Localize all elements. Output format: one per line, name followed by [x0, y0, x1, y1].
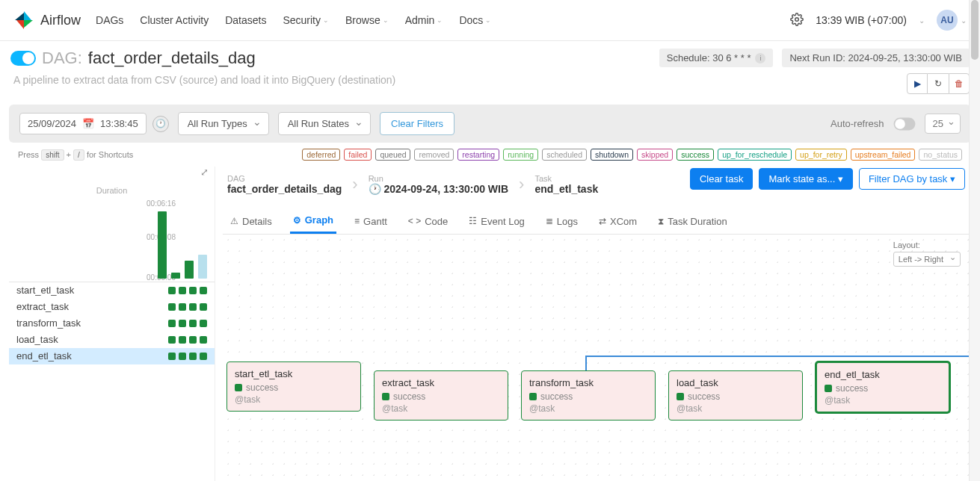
status-tag-up_for_reschedule[interactable]: up_for_reschedule: [718, 149, 792, 161]
calendar-icon: 📅: [82, 118, 94, 129]
mark-state-button[interactable]: Mark state as... ▾: [759, 168, 853, 190]
run-types-select[interactable]: All Run Types: [178, 112, 269, 135]
status-tag-upstream_failed[interactable]: upstream_failed: [851, 149, 916, 161]
crumb-label: Run: [369, 174, 508, 183]
schedule-text: Schedule: 30 6 * * *: [667, 52, 751, 63]
tab-logs[interactable]: ≣Logs: [543, 208, 581, 234]
graph-node-extract_task[interactable]: extract_tasksuccess@task: [374, 370, 508, 421]
date-input[interactable]: 25/09/2024 📅 13:38:45: [19, 113, 147, 134]
avatar: AU: [937, 10, 958, 31]
task-row[interactable]: transform_task: [9, 315, 215, 332]
nav-item-browse[interactable]: Browse⌄: [345, 14, 389, 26]
status-tag-no_status[interactable]: no_status: [919, 149, 962, 161]
dag-label: DAG:: [42, 49, 82, 68]
clock-icon[interactable]: 🕐: [152, 116, 169, 132]
shortcuts-hint: Press shift + / for Shortcuts: [18, 150, 133, 159]
task-row[interactable]: start_etl_task: [9, 282, 215, 299]
brand[interactable]: Airflow: [13, 10, 81, 31]
auto-refresh-toggle[interactable]: [893, 117, 915, 130]
task-row[interactable]: end_etl_task: [9, 348, 215, 364]
run-states-select[interactable]: All Run States: [278, 112, 371, 135]
svg-point-0: [795, 17, 799, 21]
nav-item-datasets[interactable]: Datasets: [225, 14, 266, 26]
tab-code[interactable]: < >Code: [405, 208, 451, 234]
time-value: 13:38:45: [100, 118, 138, 129]
trigger-dag-button[interactable]: ▶: [907, 73, 928, 94]
status-tag-shutdown[interactable]: shutdown: [591, 149, 633, 161]
refresh-button[interactable]: ↻: [928, 73, 949, 94]
kbd-shift: shift: [41, 149, 64, 161]
status-tag-deferred[interactable]: deferred: [302, 149, 340, 161]
nav-item-cluster-activity[interactable]: Cluster Activity: [140, 14, 209, 26]
status-tag-skipped[interactable]: skipped: [637, 149, 673, 161]
status-tag-failed[interactable]: failed: [344, 149, 372, 161]
info-icon: i: [755, 53, 765, 63]
status-tag-up_for_retry[interactable]: up_for_retry: [795, 149, 847, 161]
graph-node-start_etl_task[interactable]: start_etl_tasksuccess@task: [226, 361, 361, 412]
graph-node-end_etl_task[interactable]: end_etl_tasksuccess@task: [816, 361, 950, 413]
nav-item-security[interactable]: Security⌄: [283, 14, 329, 26]
nav-item-admin[interactable]: Admin⌄: [405, 14, 443, 26]
scrollbar[interactable]: [969, 0, 980, 481]
page-size-select[interactable]: 25: [925, 114, 961, 134]
bar[interactable]: [185, 261, 194, 279]
filter-dag-button[interactable]: Filter DAG by task ▾: [859, 168, 965, 190]
y-axis-label: 00:06:16: [147, 199, 176, 208]
layout-label: Layout:: [893, 241, 961, 249]
duration-chart: 00:06:16 00:03:08 00:00:00: [9, 199, 215, 282]
dag-enabled-toggle[interactable]: [10, 51, 36, 66]
nav-menu: DAGsCluster ActivityDatasetsSecurity⌄Bro…: [96, 14, 491, 26]
chevron-down-icon: ⌄: [961, 16, 967, 25]
crumb-label: DAG: [227, 174, 342, 183]
task-row[interactable]: extract_task: [9, 299, 215, 315]
bar[interactable]: [158, 211, 167, 279]
nav-item-dags[interactable]: DAGs: [96, 14, 123, 26]
graph-canvas[interactable]: Layout: Left -> Right start_etl_tasksucc…: [223, 235, 971, 481]
crumb-divider: ›: [519, 175, 524, 194]
gear-icon[interactable]: [790, 13, 804, 28]
dag-name: fact_order_details_dag: [88, 49, 256, 68]
duration-label: Duration: [9, 186, 215, 195]
status-tag-running[interactable]: running: [503, 149, 538, 161]
delete-button[interactable]: 🗑: [949, 73, 970, 94]
dag-action-buttons: ▶ ↻ 🗑: [907, 73, 970, 94]
task-row[interactable]: load_task: [9, 332, 215, 348]
tab-details[interactable]: ⚠Details: [227, 208, 275, 234]
airflow-logo-icon: [13, 10, 34, 31]
graph-node-transform_task[interactable]: transform_tasksuccess@task: [521, 370, 656, 421]
schedule-pill[interactable]: Schedule: 30 6 * * * i: [659, 49, 774, 67]
crumb-label: Task: [534, 174, 598, 183]
bar[interactable]: [171, 273, 180, 279]
status-tag-scheduled[interactable]: scheduled: [542, 149, 587, 161]
tab-event-log[interactable]: ☷Event Log: [466, 208, 528, 234]
tabs: ⚠Details⚙Graph≡Gantt< >Code☷Event Log≣Lo…: [223, 208, 971, 235]
clear-filters-button[interactable]: Clear Filters: [380, 112, 454, 135]
time-display[interactable]: 13:39 WIB (+07:00): [816, 14, 907, 26]
tab-xcom[interactable]: ⇄XCom: [596, 208, 640, 234]
bar-selected[interactable]: [198, 255, 207, 279]
dag-description: A pipeline to extract data from CSV (sou…: [13, 74, 395, 86]
tab-graph[interactable]: ⚙Graph: [290, 208, 336, 234]
status-tag-removed[interactable]: removed: [414, 149, 454, 161]
top-navbar: Airflow DAGsCluster ActivityDatasetsSecu…: [0, 0, 980, 41]
graph-node-load_task[interactable]: load_tasksuccess@task: [668, 370, 803, 421]
next-run-text: Next Run ID: 2024-09-25, 13:30:00 WIB: [789, 52, 962, 63]
nav-item-docs[interactable]: Docs⌄: [459, 14, 491, 26]
crumb-run[interactable]: 🕐 2024-09-24, 13:30:00 WIB: [369, 183, 508, 195]
user-menu[interactable]: AU ⌄: [937, 10, 967, 31]
scrollbar-thumb[interactable]: [971, 0, 979, 60]
chevron-down-icon: ⌄: [919, 16, 925, 25]
tab-task-duration[interactable]: ⧗Task Duration: [655, 208, 730, 234]
crumb-divider: ›: [352, 175, 357, 194]
status-tag-success[interactable]: success: [677, 149, 714, 161]
status-tag-queued[interactable]: queued: [375, 149, 410, 161]
clear-task-button[interactable]: Clear task: [690, 168, 754, 190]
auto-refresh-label: Auto-refresh: [830, 118, 884, 129]
tab-gantt[interactable]: ≡Gantt: [351, 208, 390, 234]
collapse-icon[interactable]: ⤢: [200, 167, 209, 178]
layout-select[interactable]: Left -> Right: [893, 252, 961, 267]
next-run-pill[interactable]: Next Run ID: 2024-09-25, 13:30:00 WIB: [782, 49, 970, 67]
crumb-task[interactable]: end_etl_task: [534, 183, 598, 195]
status-tag-restarting[interactable]: restarting: [457, 149, 499, 161]
crumb-dag[interactable]: fact_order_details_dag: [227, 183, 342, 195]
